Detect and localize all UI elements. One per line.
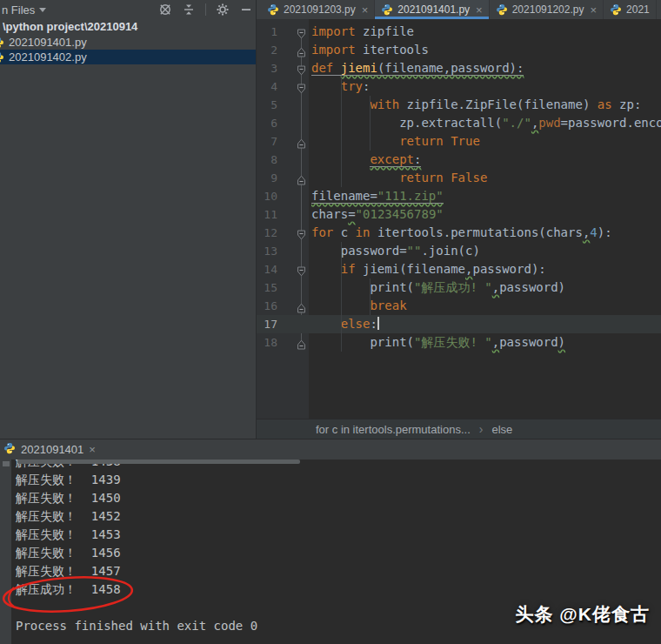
project-root-path[interactable]: \python project\20210914 (0, 19, 256, 35)
code-text: else: (311, 315, 379, 333)
code-text: def jiemi(filename,password): (311, 59, 524, 77)
clipped-toolbar-icon[interactable] (3, 461, 10, 466)
line-number[interactable]: 18 (257, 333, 277, 352)
code-line-9[interactable]: 9 return False (257, 169, 661, 187)
code-text: if jiemi(filename,password): (311, 260, 546, 278)
editor-tab-2021[interactable]: 2021 (604, 0, 657, 19)
close-icon[interactable]: × (362, 4, 369, 16)
python-icon (3, 442, 16, 458)
run-panel-tab[interactable]: 2021091401 × (0, 439, 661, 460)
code-line-12[interactable]: 12for c in itertools.permutations(chars,… (257, 224, 661, 242)
console-line: 解压失败！ 1456 (16, 544, 661, 562)
code-line-18[interactable]: 18 print("解压失败! ",password) (257, 333, 661, 352)
code-line-17[interactable]: 17 else: (257, 315, 661, 333)
tab-label: 2021091203.py (284, 3, 356, 16)
code-line-6[interactable]: 6 zp.extractall("./",pwd=password.encode… (257, 114, 661, 132)
editor-tab-2021091203.py[interactable]: 2021091203.py× (261, 0, 375, 19)
line-number[interactable]: 15 (257, 278, 277, 297)
fold-marker-icon[interactable] (297, 44, 306, 55)
code-line-10[interactable]: 10filename="111.zip" (257, 187, 661, 205)
tree-file-2021091402.py[interactable]: 2021091402.py (0, 50, 256, 64)
settings-gear-icon[interactable] (216, 3, 230, 17)
code-line-13[interactable]: 13 password="".join(c) (257, 242, 661, 260)
code-text: return False (311, 169, 487, 187)
editor-tab-2021091202.py[interactable]: 2021091202.py× (490, 0, 604, 19)
line-number[interactable]: 8 (257, 151, 277, 169)
locate-icon[interactable] (158, 3, 172, 17)
code-line-2[interactable]: 2import itertools (257, 41, 661, 59)
line-number[interactable]: 11 (257, 205, 277, 224)
console-line-success: 解压成功！ 1458 (16, 580, 661, 599)
code-text: import itertools (311, 41, 429, 59)
console-line: 解压失败！ 1453 (16, 526, 661, 544)
console-line: 解压失败！ 1457 (16, 562, 661, 580)
chevron-down-icon (39, 8, 46, 12)
code-text: except: (311, 151, 421, 169)
tab-label: 2021091202.py (512, 3, 584, 16)
fold-marker-icon[interactable] (297, 81, 306, 91)
python-file-icon (0, 37, 5, 49)
watermark: 头条 @K佬食古 (516, 602, 650, 627)
breadcrumb-item-else[interactable]: else (491, 423, 512, 436)
close-icon[interactable]: × (89, 443, 96, 456)
code-line-7[interactable]: 7 return True (257, 132, 661, 151)
tab-label: 2021091401.py (397, 3, 470, 16)
file-name: 2021091402.py (9, 50, 87, 64)
line-number[interactable]: 3 (257, 59, 277, 77)
code-text: chars="0123456789" (311, 205, 444, 224)
project-file-list: 2021091401.py2021091402.py (0, 35, 256, 64)
code-line-11[interactable]: 11chars="0123456789" (257, 205, 661, 224)
fold-marker-icon[interactable] (297, 172, 306, 183)
code-line-15[interactable]: 15 print("解压成功! ",password) (257, 278, 661, 297)
tab-label: 2021 (626, 3, 650, 16)
tree-file-2021091401.py[interactable]: 2021091401.py (0, 35, 256, 50)
fold-marker-icon[interactable] (297, 264, 306, 274)
code-line-4[interactable]: 4 try: (257, 77, 661, 96)
line-number[interactable]: 1 (257, 23, 277, 41)
line-number[interactable]: 9 (257, 169, 277, 187)
python-icon (496, 3, 508, 16)
fold-marker-icon[interactable] (297, 26, 306, 37)
code-line-8[interactable]: 8 except: (257, 151, 661, 169)
line-number[interactable]: 6 (257, 114, 277, 132)
close-icon[interactable]: × (590, 4, 597, 16)
line-number[interactable]: 4 (257, 77, 277, 96)
close-icon[interactable]: × (476, 4, 483, 16)
editor-tab-bar: 2021091203.py×2021091401.py×2021091202.p… (257, 0, 661, 19)
line-number[interactable]: 16 (257, 297, 277, 315)
breadcrumb-item-for-loop[interactable]: for c in itertools.permutations... (316, 423, 471, 436)
run-tab-label: 2021091401 (21, 443, 83, 456)
code-text: with zipfile.ZipFile(filename) as zp: (311, 96, 641, 114)
fold-marker-icon[interactable] (297, 227, 306, 238)
fold-marker-icon[interactable] (297, 136, 306, 146)
collapse-all-icon[interactable] (182, 3, 196, 17)
line-number[interactable]: 5 (257, 96, 277, 114)
code-line-3[interactable]: 3def jiemi(filename,password): (257, 59, 661, 77)
editor-tab-2021091401.py[interactable]: 2021091401.py× (375, 0, 489, 19)
line-number[interactable]: 12 (257, 224, 277, 242)
fold-marker-icon[interactable] (297, 63, 306, 73)
code-line-5[interactable]: 5 with zipfile.ZipFile(filename) as zp: (257, 96, 661, 114)
code-line-1[interactable]: 1import zipfile (257, 23, 661, 41)
code-text: import zipfile (311, 23, 414, 41)
toolbar-separator (205, 3, 206, 16)
line-number[interactable]: 2 (257, 41, 277, 59)
files-scope-menu[interactable]: n Files (0, 3, 46, 17)
fold-marker-icon[interactable] (297, 300, 306, 311)
code-editor[interactable]: 1import zipfile2import itertools3def jie… (257, 19, 661, 419)
code-text: print("解压失败! ",password) (311, 333, 565, 352)
code-text: print("解压成功! ",password) (311, 278, 565, 297)
fold-marker-icon[interactable] (297, 337, 306, 347)
code-line-16[interactable]: 16 break (257, 297, 661, 315)
hide-panel-icon[interactable] (239, 3, 253, 17)
line-number[interactable]: 13 (257, 242, 277, 260)
indent-guide (341, 242, 342, 352)
code-line-14[interactable]: 14 if jiemi(filename,password): (257, 260, 661, 278)
line-number[interactable]: 7 (257, 132, 277, 151)
scrollbar-thumb[interactable] (17, 460, 300, 464)
line-number[interactable]: 14 (257, 260, 277, 278)
line-number[interactable]: 10 (257, 187, 277, 205)
code-text: break (311, 297, 407, 315)
code-text: filename="111.zip" (311, 187, 444, 205)
line-number[interactable]: 17 (257, 315, 277, 333)
